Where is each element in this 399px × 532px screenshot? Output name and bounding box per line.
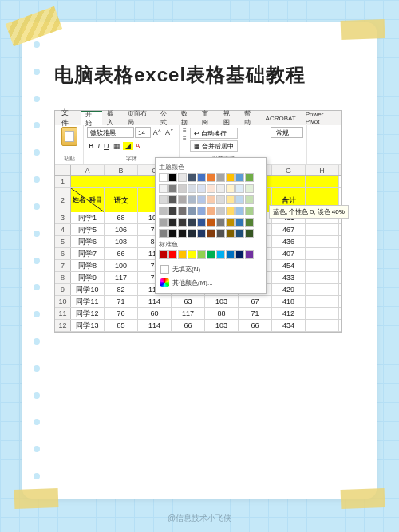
color-swatch[interactable] [207,173,215,182]
row-header[interactable]: 7 [55,260,71,271]
color-swatch[interactable] [159,218,168,227]
color-swatch[interactable] [207,218,215,227]
tab-data[interactable]: 数据 [176,111,197,125]
align-left-icon[interactable]: ≡ [183,135,187,142]
row-header[interactable]: 11 [55,308,71,319]
color-swatch[interactable] [188,229,196,238]
data-cell[interactable]: 436 [272,236,306,247]
col-H[interactable]: H [306,165,339,175]
color-swatch[interactable] [245,195,254,204]
paste-icon[interactable] [61,127,77,146]
color-swatch[interactable] [178,195,187,204]
color-swatch[interactable] [245,218,254,227]
color-swatch[interactable] [216,184,225,193]
color-swatch[interactable] [216,250,225,259]
color-swatch[interactable] [197,195,206,204]
data-cell[interactable]: 412 [272,308,306,319]
color-swatch[interactable] [226,229,235,238]
data-cell[interactable]: 454 [272,260,306,271]
color-swatch[interactable] [197,173,206,182]
tab-review[interactable]: 审阅 [197,111,218,125]
name-cell[interactable]: 同学11 [71,296,105,307]
color-swatch[interactable] [216,218,225,227]
data-cell[interactable]: 66 [172,320,205,331]
color-swatch[interactable] [235,250,244,259]
data-cell[interactable]: 114 [138,320,172,331]
color-swatch[interactable] [235,207,244,215]
color-swatch[interactable] [159,173,168,182]
more-colors-option[interactable]: 其他颜色(M)... [159,276,263,290]
color-swatch[interactable] [159,250,168,259]
row-header[interactable]: 12 [55,320,71,331]
color-swatch[interactable] [226,207,235,215]
tab-help[interactable]: 帮助 [239,111,260,125]
data-cell[interactable]: 66 [239,320,272,331]
font-size-dropdown[interactable]: 14 [135,127,151,138]
color-swatch[interactable] [235,229,244,238]
color-swatch[interactable] [178,207,187,215]
tab-acrobat[interactable]: ACROBAT [261,111,301,125]
row-header[interactable]: 10 [55,296,71,307]
color-swatch[interactable] [197,184,206,193]
row-header[interactable]: 4 [55,224,71,235]
data-cell[interactable]: 67 [239,296,272,307]
color-swatch[interactable] [188,173,196,182]
color-swatch[interactable] [226,173,235,182]
data-cell[interactable]: 117 [105,272,138,283]
color-swatch[interactable] [245,229,254,238]
data-cell[interactable]: 71 [239,308,272,319]
data-cell[interactable]: 68 [105,212,138,223]
color-swatch[interactable] [168,184,177,193]
name-cell[interactable]: 同学9 [71,272,105,283]
tab-formula[interactable]: 公式 [156,111,176,125]
italic-icon[interactable]: I [97,142,102,150]
color-swatch[interactable] [207,250,215,259]
color-swatch[interactable] [188,207,196,215]
row-header[interactable]: 1 [55,176,71,187]
color-swatch[interactable] [188,184,196,193]
color-swatch[interactable] [245,207,254,215]
color-swatch[interactable] [226,184,235,193]
color-swatch[interactable] [226,195,235,204]
name-cell[interactable]: 同学13 [71,320,105,331]
row-header[interactable]: 5 [55,236,71,247]
color-swatch[interactable] [245,173,254,182]
col-B[interactable]: B [105,165,138,175]
data-cell[interactable]: 85 [105,320,138,331]
name-cell[interactable]: 同学7 [71,248,105,259]
color-swatch[interactable] [216,195,225,204]
wrap-text-button[interactable]: ↩自动换行 [190,128,238,139]
col-G[interactable]: G [272,165,306,175]
color-swatch[interactable] [207,229,215,238]
decrease-font-icon[interactable]: A˅ [164,128,176,136]
merge-center-button[interactable]: ▦合并后居中 [190,140,238,152]
color-swatch[interactable] [168,173,177,182]
row-header[interactable]: 2 [55,188,71,212]
color-swatch[interactable] [216,207,225,215]
data-cell[interactable]: 63 [172,296,205,307]
name-cell[interactable]: 同学8 [71,260,105,271]
name-cell[interactable]: 同学12 [71,308,105,319]
no-fill-option[interactable]: 无填充(N) [159,262,263,276]
color-swatch[interactable] [159,195,168,204]
color-swatch[interactable] [207,207,215,215]
name-cell[interactable]: 同学10 [71,284,105,295]
color-swatch[interactable] [178,229,187,238]
data-cell[interactable]: 429 [272,284,306,295]
fill-color-icon[interactable]: ◢ [123,142,133,150]
data-cell[interactable]: 76 [105,308,138,319]
color-swatch[interactable] [235,195,244,204]
color-swatch[interactable] [207,195,215,204]
color-swatch[interactable] [216,173,225,182]
color-swatch[interactable] [188,218,196,227]
data-cell[interactable]: 103 [205,296,239,307]
row-header[interactable]: 8 [55,272,71,283]
color-swatch[interactable] [226,250,235,259]
number-format-dropdown[interactable]: 常规 [271,127,303,138]
data-cell[interactable]: 434 [272,320,306,331]
col-A[interactable]: A [71,165,105,175]
color-swatch[interactable] [226,218,235,227]
color-swatch[interactable] [235,218,244,227]
color-swatch[interactable] [188,250,196,259]
data-cell[interactable]: 88 [205,308,239,319]
